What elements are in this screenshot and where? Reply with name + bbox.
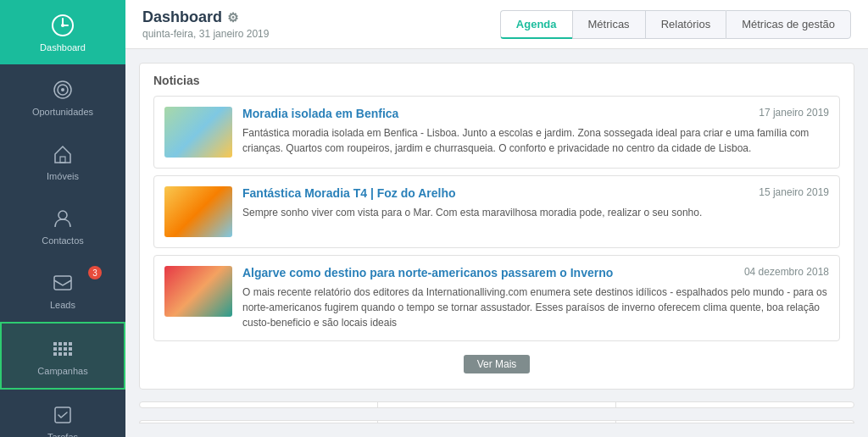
sidebar-item-oportunidades[interactable]: Oportunidades bbox=[0, 64, 125, 129]
svg-rect-19 bbox=[69, 352, 72, 356]
widgets-row: ⠿ Visitas ℹ Fichas de visita por avaliar… bbox=[139, 401, 854, 408]
svg-rect-9 bbox=[53, 347, 57, 351]
news-desc-1: Fantástica moradia isolada em Benfica - … bbox=[242, 125, 829, 156]
noticias-title: Noticias bbox=[153, 74, 840, 87]
svg-rect-10 bbox=[53, 352, 57, 356]
ver-mais-button[interactable]: Ver Mais bbox=[464, 355, 531, 373]
news-header-row-2: Fantástica Moradia T4 | Foz do Arelho 15… bbox=[242, 186, 829, 200]
imoveis-icon bbox=[49, 141, 76, 168]
news-desc-3: O mais recente relatório dos editores da… bbox=[242, 285, 829, 330]
svg-rect-14 bbox=[64, 342, 67, 346]
gear-icon[interactable]: ⚙ bbox=[227, 10, 238, 25]
sidebar-label-leads: Leads bbox=[50, 300, 75, 310]
news-thumb-3 bbox=[164, 266, 232, 317]
sidebar-item-dashboard[interactable]: Dashboard bbox=[0, 0, 125, 64]
leads-icon bbox=[49, 269, 76, 296]
tab-metricas[interactable]: Métricas bbox=[572, 10, 645, 39]
news-desc-2: Sempre sonho viver com vista para o Mar.… bbox=[242, 205, 829, 220]
sidebar-label-dashboard: Dashboard bbox=[40, 42, 86, 53]
svg-rect-17 bbox=[69, 342, 72, 346]
news-thumb-2 bbox=[164, 186, 232, 237]
leads-badge: 3 bbox=[88, 266, 102, 279]
news-header-row-3: Algarve como destino para norte-american… bbox=[242, 266, 829, 279]
news-title-2[interactable]: Fantástica Moradia T4 | Foz do Arelho bbox=[242, 186, 456, 200]
contactos-icon bbox=[49, 205, 76, 232]
ver-mais-container: Ver Mais bbox=[153, 350, 840, 379]
sidebar: Dashboard Oportunidades Imóveis bbox=[0, 0, 125, 437]
campanhas-icon bbox=[49, 335, 76, 362]
svg-rect-8 bbox=[53, 342, 57, 346]
sidebar-item-leads[interactable]: Leads 3 bbox=[0, 257, 125, 322]
news-date-3: 04 dezembro 2018 bbox=[744, 266, 829, 278]
svg-point-4 bbox=[61, 88, 64, 91]
bottom-widgets-row: ⠿ Tarefas ℹ ⠿ Leads por avaliar ℹ bbox=[139, 420, 854, 423]
svg-rect-15 bbox=[64, 347, 67, 351]
bottom-widget-tarefas: ⠿ Tarefas ℹ bbox=[140, 421, 378, 423]
oportunidades-icon bbox=[49, 76, 76, 103]
widget-visitas: ⠿ Visitas ℹ Fichas de visita por avaliar… bbox=[140, 402, 378, 408]
header-left: Dashboard ⚙ quinta-feira, 31 janeiro 201… bbox=[142, 8, 269, 40]
bottom-widget-leads: ⠿ Leads por avaliar ℹ bbox=[378, 421, 616, 423]
news-body-1: Moradia isolada em Benfica 17 janeiro 20… bbox=[242, 107, 829, 156]
header-subtitle: quinta-feira, 31 janeiro 2019 bbox=[142, 28, 269, 40]
sidebar-item-tarefas[interactable]: Tarefas bbox=[0, 390, 125, 437]
svg-rect-7 bbox=[54, 276, 71, 290]
sidebar-label-contactos: Contactos bbox=[42, 235, 84, 246]
svg-rect-18 bbox=[69, 347, 72, 351]
dashboard-icon bbox=[49, 12, 76, 39]
svg-rect-12 bbox=[58, 347, 62, 351]
news-title-3[interactable]: Algarve como destino para norte-american… bbox=[242, 266, 613, 279]
sidebar-label-campanhas: Campanhas bbox=[37, 366, 87, 376]
sidebar-item-campanhas[interactable]: Campanhas bbox=[0, 322, 125, 390]
news-body-2: Fantástica Moradia T4 | Foz do Arelho 15… bbox=[242, 186, 829, 220]
noticias-section: Noticias Moradia isolada em Benfica 17 j… bbox=[139, 63, 854, 390]
svg-point-6 bbox=[58, 211, 67, 219]
news-title-1[interactable]: Moradia isolada em Benfica bbox=[242, 107, 398, 120]
svg-rect-20 bbox=[55, 407, 70, 423]
header: Dashboard ⚙ quinta-feira, 31 janeiro 201… bbox=[125, 0, 868, 49]
tab-metricas-gestao[interactable]: Métricas de gestão bbox=[726, 10, 851, 39]
page-title: Dashboard ⚙ bbox=[142, 8, 269, 26]
news-header-row-1: Moradia isolada em Benfica 17 janeiro 20… bbox=[242, 107, 829, 120]
news-date-2: 15 janeiro 2019 bbox=[759, 186, 829, 198]
bottom-widget-empty bbox=[616, 421, 854, 423]
svg-point-1 bbox=[61, 24, 64, 27]
news-item-3: Algarve como destino para norte-american… bbox=[153, 255, 840, 341]
news-date-1: 17 janeiro 2019 bbox=[759, 107, 829, 119]
svg-rect-5 bbox=[60, 157, 65, 163]
widget-imoveis: ⠿ Imóveis angariados ℹ Dia Semana Mês Ap… bbox=[616, 402, 854, 408]
main-content: Dashboard ⚙ quinta-feira, 31 janeiro 201… bbox=[125, 0, 868, 437]
sidebar-label-tarefas: Tarefas bbox=[47, 432, 78, 437]
svg-rect-16 bbox=[64, 352, 67, 356]
sidebar-item-imoveis[interactable]: Imóveis bbox=[0, 129, 125, 193]
content-area: Noticias Moradia isolada em Benfica 17 j… bbox=[125, 49, 868, 437]
tab-agenda[interactable]: Agenda bbox=[500, 10, 572, 39]
sidebar-label-imoveis: Imóveis bbox=[47, 171, 79, 181]
widget-oportunidades: ⠿ Oportunidades ℹ Apresentações por aval… bbox=[378, 402, 616, 408]
sidebar-label-oportunidades: Oportunidades bbox=[32, 107, 93, 117]
tarefas-icon bbox=[49, 401, 76, 429]
svg-rect-11 bbox=[58, 342, 62, 346]
header-tabs: Agenda Métricas Relatórios Métricas de g… bbox=[500, 10, 851, 39]
news-item-2: Fantástica Moradia T4 | Foz do Arelho 15… bbox=[153, 175, 840, 248]
tab-relatorios[interactable]: Relatórios bbox=[645, 10, 726, 39]
svg-rect-13 bbox=[58, 352, 62, 356]
news-thumb-1 bbox=[164, 107, 232, 158]
news-item-1: Moradia isolada em Benfica 17 janeiro 20… bbox=[153, 96, 840, 169]
sidebar-item-contactos[interactable]: Contactos bbox=[0, 193, 125, 257]
news-body-3: Algarve como destino para norte-american… bbox=[242, 266, 829, 330]
